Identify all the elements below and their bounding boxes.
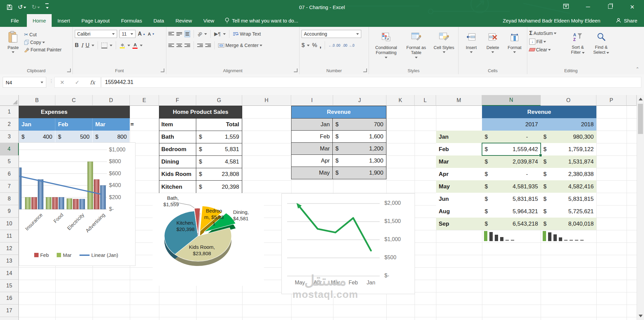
formula-input[interactable]: 1559442.31 [101, 77, 641, 88]
tab-formulas[interactable]: Formulas [115, 14, 148, 27]
number-dialog-launcher[interactable] [363, 68, 367, 72]
font-family-combo[interactable]: Calibri [75, 30, 117, 38]
row-header-1[interactable]: 1 [0, 106, 19, 118]
orientation-button[interactable]: ab [196, 31, 203, 38]
cell-jan-value[interactable]: $400 [19, 131, 55, 143]
revy-y2017[interactable]: $4,581,935 [482, 180, 541, 193]
align-center-button[interactable] [176, 43, 182, 48]
tab-view[interactable]: View [198, 14, 220, 27]
revy-month[interactable]: Jan [436, 131, 482, 143]
revy-y2018[interactable]: $2,380,838 [541, 168, 596, 180]
revm-value[interactable]: $1,300 [333, 155, 386, 167]
clear-button[interactable]: Clear [529, 47, 566, 52]
text-direction-caret[interactable] [223, 33, 226, 35]
column-header-B[interactable]: B [19, 95, 55, 106]
row-header-16[interactable]: 16 [0, 292, 19, 305]
number-format-combo[interactable]: Accounting [302, 30, 361, 38]
revm-month[interactable]: May [291, 167, 333, 179]
hps-row[interactable]: Kids Room$23,808 [159, 168, 242, 181]
revenue-monthly-row[interactable]: Mar$1,200 [291, 143, 386, 155]
row-header-11[interactable]: 11 [0, 230, 19, 242]
column-header-I[interactable]: I [291, 95, 333, 106]
row-header-5[interactable]: 5 [0, 155, 19, 168]
cell-e2-equals[interactable]: = [130, 118, 151, 131]
percent-style-button[interactable]: % [312, 42, 317, 49]
increase-indent-button[interactable] [205, 43, 211, 48]
revenue-yearly-row[interactable]: May$4,581,935$4,582,416 [436, 180, 596, 193]
revy-y2017[interactable]: $- [482, 168, 541, 180]
revm-value[interactable]: $1,900 [333, 167, 386, 179]
column-header-M[interactable]: M [436, 95, 482, 106]
row-header-7[interactable]: 7 [0, 180, 19, 193]
font-size-combo[interactable]: 11 [119, 30, 136, 38]
expenses-column-chart[interactable]: $1,000$800$600$400$200$-InsuranceFoodEle… [19, 142, 136, 266]
grow-font-button[interactable]: A▲ [138, 31, 145, 37]
align-left-button[interactable] [168, 43, 174, 48]
comma-style-button[interactable]: , [320, 41, 322, 49]
orientation-caret[interactable] [204, 33, 207, 35]
revy-y2017[interactable]: $2,039,874 [482, 155, 541, 168]
year-2018-header[interactable]: 2018 [541, 118, 596, 131]
bold-button[interactable]: B [75, 42, 79, 48]
tab-home[interactable]: Home [27, 14, 52, 27]
accounting-format-caret[interactable] [307, 45, 310, 46]
align-middle-button[interactable] [176, 32, 182, 36]
home-product-sales-table[interactable]: Home Product Sales Item Total Bath$1,559… [159, 106, 242, 193]
copy-button[interactable]: Copy [24, 40, 62, 45]
hps-item[interactable]: Dining [159, 156, 196, 168]
format-as-table-button[interactable]: Format as Table [401, 29, 431, 67]
column-header-J[interactable]: J [333, 95, 386, 106]
revy-y2018[interactable]: $4,582,416 [541, 180, 596, 193]
column-header-P[interactable]: P [596, 95, 627, 106]
revm-month[interactable]: Apr [291, 155, 333, 167]
row-header-3[interactable]: 3 [0, 131, 19, 143]
column-header-K[interactable]: K [386, 95, 415, 106]
revy-month[interactable]: Feb [436, 143, 482, 155]
tab-file[interactable]: File [3, 14, 27, 27]
revenue-yearly-row[interactable]: Mar$2,039,874$1,531,874 [436, 155, 596, 168]
row-header-12[interactable]: 12 [0, 242, 19, 255]
revenue-yearly-row[interactable]: Jan$-$980,300 [436, 131, 596, 143]
underline-caret[interactable] [92, 45, 94, 46]
column-header-D[interactable]: D [93, 95, 130, 106]
increase-decimal-button[interactable]: ←.0 .00 [328, 44, 340, 47]
hps-row[interactable]: Dining$4,581 [159, 156, 242, 168]
cell-feb-header[interactable]: Feb [55, 118, 93, 131]
cell-feb-value[interactable]: $500 [55, 131, 93, 143]
column-header-L[interactable]: L [415, 95, 436, 106]
row-header-15[interactable]: 15 [0, 280, 19, 292]
restore-button[interactable] [606, 4, 614, 10]
year-2017-header[interactable]: 2017 [482, 118, 541, 131]
cell-mar-header[interactable]: Mar [93, 118, 130, 131]
collapse-ribbon-button[interactable]: ⌃ [636, 66, 639, 72]
sales-pie-chart[interactable]: Bath, $1,559 Bedroom, $5,831 Dining, $4,… [153, 193, 264, 286]
scroll-up-arrow[interactable] [639, 98, 643, 100]
revenue-yearly-header[interactable]: Revenue 2017 2018 [482, 106, 596, 131]
insert-cells-button[interactable]: Insert [461, 29, 482, 67]
fill-color-caret[interactable] [127, 45, 130, 46]
revy-month[interactable]: Mar [436, 155, 482, 168]
revy-month[interactable]: Jun [436, 193, 482, 205]
revy-month[interactable]: Aug [436, 205, 482, 218]
revenue-yearly-row[interactable]: Sep$6,543,218$8,040,018 [436, 218, 596, 230]
row-header-18[interactable]: 18 [0, 317, 19, 320]
revenue-yearly-row[interactable]: Apr$-$2,380,838 [436, 168, 596, 180]
accounting-format-button[interactable]: $ [302, 42, 305, 49]
selected-cell-n4[interactable] [482, 143, 541, 156]
fill-color-button[interactable] [119, 43, 125, 48]
revenue-monthly-row[interactable]: Feb$1,600 [291, 131, 386, 143]
revy-y2018[interactable]: $5,725,621 [541, 205, 596, 218]
autosum-button[interactable]: ΣAutoSum [529, 30, 566, 36]
borders-button[interactable] [101, 43, 107, 48]
revy-y2017[interactable]: $5,964,321 [482, 205, 541, 218]
revy-month[interactable]: Apr [436, 168, 482, 180]
revenue-yearly-row[interactable]: Jun$5,831,815$5,831,815 [436, 193, 596, 205]
row-header-17[interactable]: 17 [0, 305, 19, 317]
clipboard-dialog-launcher[interactable] [67, 68, 71, 72]
hps-col-item[interactable]: Item [159, 119, 196, 131]
row-header-2[interactable]: 2 [0, 118, 19, 131]
revy-y2018[interactable]: $5,831,815 [541, 193, 596, 205]
cell-jan-header[interactable]: Jan [19, 118, 55, 131]
column-header-H[interactable]: H [242, 95, 291, 106]
column-header-N[interactable]: N [482, 95, 541, 106]
